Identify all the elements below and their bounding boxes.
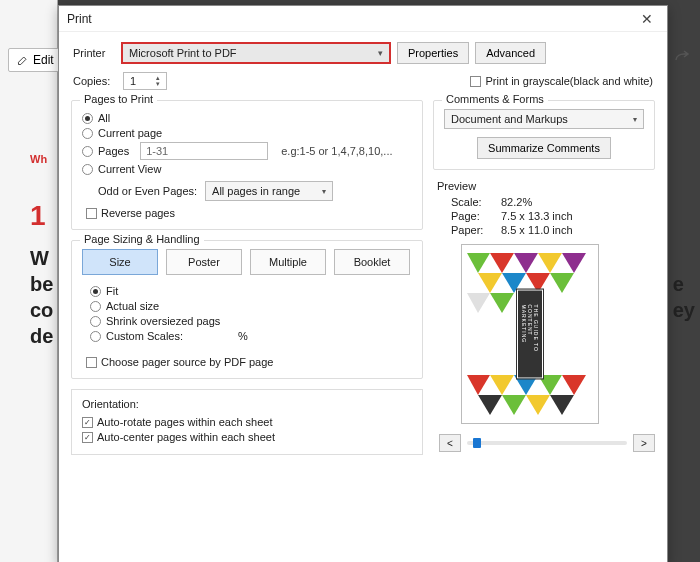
radio-icon xyxy=(82,146,93,157)
grayscale-checkbox[interactable]: Print in grayscale(black and white) xyxy=(470,75,653,87)
grayscale-label: Print in grayscale(black and white) xyxy=(485,75,653,87)
radio-icon xyxy=(90,331,101,342)
summarize-button[interactable]: Summarize Comments xyxy=(477,137,611,159)
radio-fit[interactable]: Fit xyxy=(90,285,412,297)
next-page-button[interactable]: > xyxy=(633,434,655,452)
printer-select[interactable]: Microsoft Print to PDF ▾ xyxy=(121,42,391,64)
radio-custom[interactable]: Custom Scales:% xyxy=(90,330,412,342)
edit-label: Edit xyxy=(33,53,54,67)
preview-group: Preview Scale:82.2% Page:7.5 x 13.3 inch… xyxy=(433,180,655,452)
radio-pages[interactable]: Pages 1-31 e.g:1-5 or 1,4,7,8,10,... xyxy=(82,142,412,160)
reverse-checkbox[interactable]: Reverse pages xyxy=(86,207,412,219)
auto-rotate-checkbox[interactable]: ✓ Auto-rotate pages within each sheet xyxy=(82,416,412,428)
checkbox-icon: ✓ xyxy=(82,432,93,443)
group-legend: Preview xyxy=(437,180,655,192)
preview-thumbnail: THE GUIDE TO CONTENT MARKETING xyxy=(461,244,599,424)
radio-icon xyxy=(90,316,101,327)
dialog-title: Print xyxy=(67,12,635,26)
bg-text: 1 xyxy=(30,200,46,232)
bg-text: e ey xyxy=(673,245,695,323)
print-dialog: Print ✕ Printer Microsoft Print to PDF ▾… xyxy=(58,5,668,562)
comments-group: Comments & Forms Document and Markups ▾ … xyxy=(433,100,655,170)
radio-icon xyxy=(82,113,93,124)
copies-value: 1 xyxy=(130,75,136,87)
page-sizing-group: Page Sizing & Handling Size Poster Multi… xyxy=(71,240,423,379)
printer-value: Microsoft Print to PDF xyxy=(129,47,237,59)
chevron-down-icon: ▾ xyxy=(633,115,637,124)
close-button[interactable]: ✕ xyxy=(635,9,659,29)
radio-current-page[interactable]: Current page xyxy=(82,127,412,139)
chevron-down-icon: ▾ xyxy=(378,48,383,58)
advanced-button[interactable]: Advanced xyxy=(475,42,546,64)
radio-shrink[interactable]: Shrink oversiezed pags xyxy=(90,315,412,327)
group-legend: Page Sizing & Handling xyxy=(80,233,204,245)
group-legend: Orientation: xyxy=(82,398,412,410)
preview-doc-title: THE GUIDE TO CONTENT MARKETING xyxy=(517,290,543,379)
redo-icon[interactable] xyxy=(674,50,692,64)
radio-all[interactable]: All xyxy=(82,112,412,124)
pages-to-print-group: Pages to Print All Current page Pages 1-… xyxy=(71,100,423,230)
radio-icon xyxy=(90,286,101,297)
radio-icon xyxy=(90,301,101,312)
bg-text: Wh xyxy=(30,153,47,165)
copies-stepper[interactable]: 1 ▴▾ xyxy=(123,72,167,90)
radio-icon xyxy=(82,164,93,175)
chevron-down-icon: ▾ xyxy=(322,187,326,196)
group-legend: Comments & Forms xyxy=(442,93,548,105)
comments-select[interactable]: Document and Markups ▾ xyxy=(444,109,644,129)
checkbox-icon: ✓ xyxy=(82,417,93,428)
page-slider[interactable] xyxy=(467,441,627,445)
radio-current-view[interactable]: Current View xyxy=(82,163,412,175)
properties-button[interactable]: Properties xyxy=(397,42,469,64)
odd-even-select[interactable]: All pages in range ▾ xyxy=(205,181,333,201)
radio-actual[interactable]: Actual size xyxy=(90,300,412,312)
tab-multiple[interactable]: Multiple xyxy=(250,249,326,275)
printer-label: Printer xyxy=(73,47,115,59)
checkbox-icon xyxy=(470,76,481,87)
spinner-arrows-icon: ▴▾ xyxy=(156,75,160,87)
bg-text: W be co de xyxy=(30,245,53,349)
choose-source-checkbox[interactable]: Choose pager source by PDF page xyxy=(86,356,412,368)
orientation-group: Orientation: ✓ Auto-rotate pages within … xyxy=(71,389,423,455)
checkbox-icon xyxy=(86,208,97,219)
group-legend: Pages to Print xyxy=(80,93,157,105)
checkbox-icon xyxy=(86,357,97,368)
pages-hint: e.g:1-5 or 1,4,7,8,10,... xyxy=(281,145,392,157)
tab-booklet[interactable]: Booklet xyxy=(334,249,410,275)
radio-icon xyxy=(82,128,93,139)
pages-input[interactable]: 1-31 xyxy=(140,142,268,160)
tab-poster[interactable]: Poster xyxy=(166,249,242,275)
prev-page-button[interactable]: < xyxy=(439,434,461,452)
odd-even-label: Odd or Even Pages: xyxy=(98,185,197,197)
pencil-icon xyxy=(17,54,29,66)
titlebar: Print ✕ xyxy=(59,6,667,32)
slider-thumb-icon xyxy=(473,438,481,448)
copies-label: Copies: xyxy=(73,75,115,87)
edit-button[interactable]: Edit xyxy=(8,48,63,72)
tab-size[interactable]: Size xyxy=(82,249,158,275)
auto-center-checkbox[interactable]: ✓ Auto-center pages within each sheet xyxy=(82,431,412,443)
